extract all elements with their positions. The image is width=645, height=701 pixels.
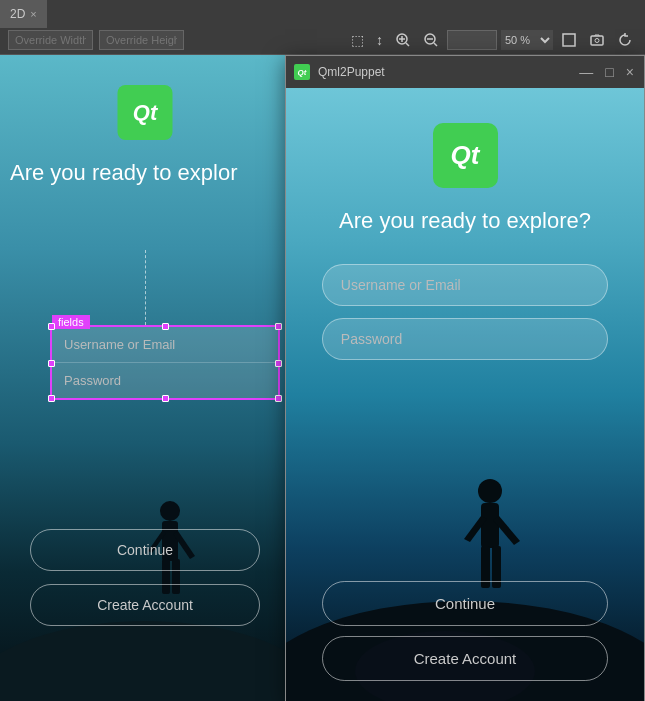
resize-handle-bl[interactable]	[48, 395, 55, 402]
username-input-left[interactable]	[52, 327, 278, 363]
reset-icon[interactable]: ↕	[372, 30, 387, 50]
puppet-window-controls: — □ ×	[577, 65, 636, 79]
toolbar-icons: ⬚ ↕ 50 % 25 % 50 % 75 % 100 %	[347, 30, 637, 50]
puppet-window-icon: Qt	[294, 64, 310, 80]
puppet-titlebar: Qt Qml2Puppet — □ ×	[286, 56, 644, 88]
zoom-out-button[interactable]	[419, 30, 443, 50]
password-input-left[interactable]	[52, 363, 278, 398]
fields-label: fields	[52, 315, 90, 329]
toolbar: 2D × ⬚ ↕ 50 % 25 % 50 % 75 % 100 %	[0, 0, 645, 55]
puppet-window-title: Qml2Puppet	[318, 65, 569, 79]
create-account-button-right[interactable]: Create Account	[322, 636, 608, 681]
password-input-right[interactable]	[322, 318, 608, 360]
main-area: Qt Are you ready to explor fields	[0, 55, 645, 701]
svg-rect-18	[481, 503, 499, 548]
resize-handle-tr[interactable]	[275, 323, 282, 330]
puppet-maximize-button[interactable]: □	[603, 65, 615, 79]
resize-handle-mr[interactable]	[275, 360, 282, 367]
zoom-in-button[interactable]	[391, 30, 415, 50]
continue-button-right[interactable]: Continue	[322, 581, 608, 626]
right-title: Are you ready to explore?	[339, 208, 591, 234]
right-buttons: Continue Create Account	[322, 581, 608, 681]
svg-point-10	[0, 621, 290, 701]
svg-line-1	[406, 43, 409, 46]
left-panel: Qt Are you ready to explor fields	[0, 55, 290, 701]
resize-handle-tm[interactable]	[162, 323, 169, 330]
create-account-button-left[interactable]: Create Account	[30, 584, 260, 626]
puppet-close-button[interactable]: ×	[624, 65, 636, 79]
refresh-icon[interactable]	[613, 30, 637, 50]
svg-point-9	[595, 39, 599, 43]
capture-icon[interactable]	[585, 30, 609, 50]
resize-handle-br[interactable]	[275, 395, 282, 402]
tab-2d-label: 2D	[10, 7, 25, 21]
svg-point-17	[478, 479, 502, 503]
resize-handle-ml[interactable]	[48, 360, 55, 367]
tab-2d[interactable]: 2D ×	[0, 0, 47, 28]
svg-line-5	[434, 43, 437, 46]
svg-rect-8	[591, 36, 603, 45]
qt-logo-left: Qt	[118, 85, 173, 140]
transform-icon[interactable]: ⬚	[347, 30, 368, 50]
tab-bar: 2D ×	[0, 0, 47, 28]
override-height-input[interactable]	[99, 30, 184, 50]
resize-handle-tl[interactable]	[48, 323, 55, 330]
puppet-minimize-button[interactable]: —	[577, 65, 595, 79]
zoom-value-input[interactable]: 50 %	[447, 30, 497, 50]
resize-handle-bm[interactable]	[162, 395, 169, 402]
username-input-right[interactable]	[322, 264, 608, 306]
svg-point-11	[160, 501, 180, 521]
override-width-input[interactable]	[8, 30, 93, 50]
fields-box: fields	[50, 325, 280, 400]
left-title: Are you ready to explor	[10, 160, 237, 186]
puppet-window: Qt Qml2Puppet — □ × Qt Are you ready to …	[285, 55, 645, 701]
zoom-dropdown[interactable]: 25 % 50 % 75 % 100 %	[501, 30, 553, 50]
continue-button-left[interactable]: Continue	[30, 529, 260, 571]
toolbar-controls: ⬚ ↕ 50 % 25 % 50 % 75 % 100 %	[0, 26, 645, 54]
frame-icon[interactable]	[557, 30, 581, 50]
tab-close-icon[interactable]: ×	[30, 8, 36, 20]
qt-logo-right: Qt	[433, 123, 498, 188]
svg-rect-7	[563, 34, 575, 46]
dashed-line	[145, 250, 146, 325]
right-fields	[322, 264, 608, 360]
puppet-content: Qt Are you ready to explore?	[286, 88, 644, 701]
